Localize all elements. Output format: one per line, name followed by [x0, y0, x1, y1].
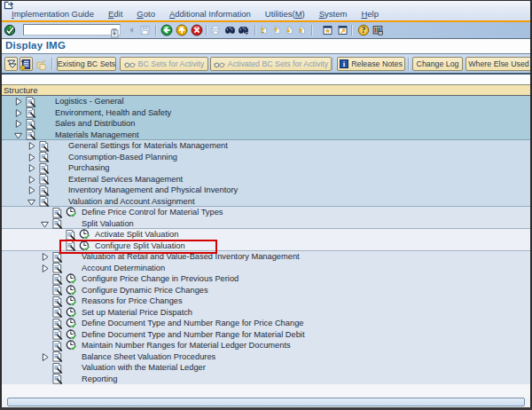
expand-node-icon[interactable] — [27, 154, 35, 162]
tree-node-label[interactable]: Split Valuation — [82, 218, 134, 230]
menu-edit[interactable]: Edit — [108, 8, 122, 20]
img-documentation-icon[interactable] — [52, 274, 63, 285]
tree-node-label[interactable]: Valuation and Account Assignment — [68, 196, 194, 208]
img-documentation-icon[interactable] — [52, 329, 63, 340]
expand-node-icon[interactable] — [14, 109, 22, 117]
img-documentation-icon[interactable] — [26, 97, 36, 107]
print-icon[interactable] — [210, 24, 221, 36]
help-icon[interactable] — [357, 24, 370, 36]
exit-icon[interactable] — [176, 24, 188, 36]
expand-node-icon[interactable] — [41, 264, 49, 272]
img-documentation-icon[interactable] — [52, 341, 63, 351]
tree-node-label[interactable]: External Services Management — [68, 174, 183, 185]
page-up-icon[interactable] — [272, 24, 282, 36]
tree-node-label[interactable]: Environment, Health and Safety — [55, 107, 171, 119]
cancel-icon[interactable] — [191, 24, 203, 36]
img-documentation-icon[interactable] — [52, 363, 63, 374]
execute-img-activity-icon[interactable] — [66, 318, 77, 329]
tree-node-label[interactable]: Define Price Control for Material Types — [82, 207, 223, 218]
menu-goto[interactable]: Goto — [137, 8, 155, 20]
tree-node-label[interactable]: Reporting — [82, 374, 117, 385]
create-shortcut-icon[interactable] — [337, 24, 348, 36]
change-log-button[interactable]: Change Log — [412, 57, 463, 71]
collapse-node-icon[interactable] — [27, 198, 35, 206]
hide-command-field-icon[interactable] — [128, 24, 136, 36]
position-button[interactable] — [20, 57, 33, 71]
img-documentation-icon[interactable] — [39, 174, 50, 185]
enter-icon[interactable] — [4, 24, 16, 36]
execute-img-activity-icon[interactable] — [66, 329, 77, 341]
img-documentation-icon[interactable] — [52, 218, 63, 229]
execute-img-activity-icon[interactable] — [66, 273, 77, 285]
img-documentation-icon[interactable] — [26, 130, 36, 140]
img-documentation-icon[interactable] — [52, 285, 63, 296]
execute-img-activity-icon[interactable] — [66, 207, 77, 218]
img-documentation-icon[interactable] — [39, 185, 50, 196]
img-documentation-icon[interactable] — [52, 319, 63, 329]
status-bar[interactable] — [7, 398, 525, 406]
menu-system[interactable]: System — [319, 8, 348, 20]
expand-node-icon[interactable] — [27, 164, 35, 172]
tree-node-label[interactable]: Consumption-Based Planning — [68, 152, 177, 163]
collapse-node-icon[interactable] — [14, 131, 22, 139]
tree-node-label[interactable]: Set up Material Price Dispatch — [82, 307, 192, 319]
menu-help[interactable]: Help — [361, 8, 379, 20]
collapse-node-icon[interactable] — [41, 220, 49, 228]
img-documentation-icon[interactable] — [52, 208, 63, 218]
page-down-icon[interactable] — [285, 24, 294, 36]
img-documentation-icon[interactable] — [52, 296, 63, 307]
execute-img-activity-icon[interactable] — [66, 307, 77, 319]
copy-button[interactable] — [35, 57, 48, 71]
expand-node-icon[interactable] — [41, 253, 49, 261]
activated-bc-sets-for-activity-button[interactable]: Activated BC Sets for Activity — [210, 57, 332, 71]
save-icon[interactable] — [139, 24, 151, 36]
img-documentation-icon[interactable] — [52, 263, 63, 273]
expand-subtree-button[interactable] — [4, 57, 18, 71]
tree-node-label[interactable]: Balance Sheet Valuation Procedures — [82, 351, 215, 363]
command-field-input[interactable] — [25, 25, 106, 35]
where-else-used-button[interactable]: Where Else Used — [466, 57, 532, 71]
expand-node-icon[interactable] — [27, 142, 35, 150]
find-next-icon[interactable] — [238, 24, 249, 36]
find-icon[interactable] — [224, 24, 236, 36]
expand-node-icon[interactable] — [14, 120, 22, 128]
tree-node-label[interactable]: Valuation with the Material Ledger — [82, 362, 206, 374]
tree-node-label[interactable]: Configure Price Change in Previous Perio… — [82, 273, 239, 285]
execute-img-activity-icon[interactable] — [66, 285, 77, 296]
tree-node-label[interactable]: Define Document Type and Number Range fo… — [82, 318, 303, 329]
tree-node-label[interactable]: Purchasing — [68, 162, 110, 174]
tree-node-label[interactable]: Account Determination — [82, 263, 165, 274]
expand-node-icon[interactable] — [27, 186, 35, 194]
customize-layout-icon[interactable] — [372, 24, 384, 36]
img-documentation-icon[interactable] — [26, 107, 36, 118]
bc-sets-for-activity-button[interactable]: BC Sets for Activity — [120, 57, 208, 71]
command-field[interactable] — [23, 24, 121, 35]
tree-node-label[interactable]: Maintain Number Ranges for Material Ledg… — [82, 340, 291, 351]
tree-node-label[interactable]: General Settings for Materials Managemen… — [68, 140, 228, 152]
execute-img-activity-icon[interactable] — [66, 296, 77, 307]
menu-additional-information[interactable]: Additional Information — [169, 8, 251, 20]
img-documentation-icon[interactable] — [39, 152, 50, 162]
img-documentation-icon[interactable] — [52, 351, 63, 362]
expand-node-icon[interactable] — [14, 98, 22, 106]
tree-node-label[interactable]: Inventory Management and Physical Invent… — [68, 185, 238, 196]
expand-node-icon[interactable] — [41, 353, 49, 361]
img-documentation-icon[interactable] — [52, 307, 63, 318]
tree-node-label[interactable]: Logistics - General — [55, 96, 124, 107]
tree-node-label[interactable]: Reasons for Price Changes — [82, 296, 183, 307]
tree-node-label[interactable]: Define Document Type and Number Range fo… — [82, 329, 305, 341]
tree-node-label[interactable]: Materials Management — [55, 130, 139, 141]
existing-bc-sets-button[interactable]: Existing BC Sets — [57, 57, 116, 71]
img-documentation-icon[interactable] — [39, 163, 50, 174]
img-documentation-icon[interactable] — [39, 196, 50, 207]
expand-node-icon[interactable] — [27, 176, 35, 184]
tree-node-label[interactable]: Sales and Distribution — [55, 118, 135, 130]
tree-node-label[interactable]: Configure Dynamic Price Changes — [82, 285, 208, 296]
last-page-icon[interactable] — [297, 24, 307, 36]
menu-utilities-m[interactable]: Utilities(M) — [265, 8, 305, 20]
back-icon[interactable] — [160, 24, 173, 36]
menu-implementation-guide[interactable]: Implementation Guide — [12, 8, 94, 20]
img-documentation-icon[interactable] — [52, 374, 63, 384]
img-documentation-icon[interactable] — [26, 119, 36, 130]
img-documentation-icon[interactable] — [39, 141, 50, 152]
